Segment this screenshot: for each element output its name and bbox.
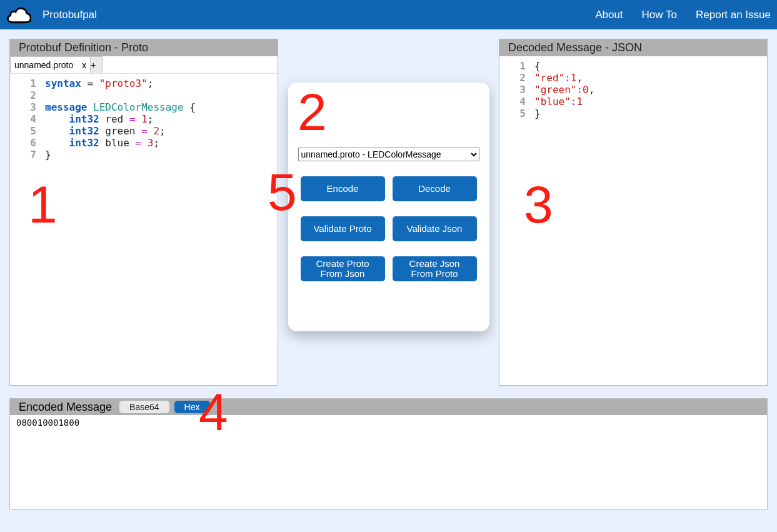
ln: 4	[502, 96, 526, 108]
proto-panel-title: Protobuf Definition - Proto	[10, 39, 278, 56]
ln: 2	[13, 89, 36, 101]
ln: 6	[13, 137, 36, 149]
proto-code: syntax = "proto3"; message LEDColorMessa…	[45, 78, 278, 385]
nav-howto[interactable]: How To	[642, 9, 677, 21]
ln: 1	[13, 78, 36, 89]
ln: 2	[502, 72, 526, 84]
proto-definition-panel: Protobuf Definition - Proto unnamed.prot…	[9, 39, 278, 386]
action-card: unnamed.proto - LEDColorMessage Encode D…	[288, 83, 489, 331]
create-proto-button[interactable]: Create Proto From Json	[301, 256, 385, 281]
tab-close-button[interactable]: x	[78, 56, 90, 73]
logo-icon	[6, 4, 31, 26]
tab-unnamed-proto[interactable]: unnamed.proto	[10, 56, 78, 73]
validate-json-button[interactable]: Validate Json	[393, 216, 477, 241]
decode-button[interactable]: Decode	[393, 176, 477, 201]
proto-editor[interactable]: 1 2 3 4 5 6 7 syntax = "proto3"; message…	[10, 74, 278, 385]
encoded-title: Encoded Message	[19, 401, 112, 414]
nav-links: About How To Report an Issue	[595, 9, 776, 21]
json-editor[interactable]: 1 2 3 4 5 { "red":1, "green":0, "blue":1…	[499, 56, 767, 385]
nav-report[interactable]: Report an Issue	[696, 9, 771, 21]
ln: 3	[502, 84, 526, 96]
ln: 5	[13, 125, 36, 137]
nav-about[interactable]: About	[595, 9, 623, 21]
ln: 7	[13, 149, 36, 161]
message-type-select[interactable]: unnamed.proto - LEDColorMessage	[298, 148, 479, 161]
proto-tabs: unnamed.proto x +	[10, 56, 278, 74]
ln: 3	[13, 101, 36, 113]
encoding-tab-base64[interactable]: Base64	[119, 401, 169, 413]
decoded-message-panel: Decoded Message - JSON 1 2 3 4 5 { "red"…	[499, 39, 768, 386]
create-json-button[interactable]: Create Json From Proto	[393, 256, 477, 281]
decoded-panel-title: Decoded Message - JSON	[499, 39, 767, 56]
action-buttons: Encode Decode Validate Proto Validate Js…	[298, 176, 479, 281]
encoded-message-panel: Encoded Message Base64 Hex 080010001800	[9, 398, 768, 509]
encode-button[interactable]: Encode	[301, 176, 385, 201]
encoded-output[interactable]: 080010001800	[10, 415, 767, 509]
json-code: { "red":1, "green":0, "blue":1 }	[534, 60, 767, 385]
encoding-tab-hex[interactable]: Hex	[174, 401, 210, 413]
tab-add-button[interactable]: +	[90, 56, 103, 73]
ln: 1	[502, 60, 526, 72]
app-header: Protobufpal About How To Report an Issue	[0, 0, 777, 29]
encoded-header: Encoded Message Base64 Hex	[10, 399, 767, 415]
ln: 4	[13, 113, 36, 125]
json-gutter: 1 2 3 4 5	[502, 60, 534, 385]
proto-gutter: 1 2 3 4 5 6 7	[13, 78, 45, 385]
app-title: Protobufpal	[43, 9, 595, 21]
validate-proto-button[interactable]: Validate Proto	[301, 216, 385, 241]
ln: 5	[502, 108, 526, 119]
center-column: unnamed.proto - LEDColorMessage Encode D…	[278, 39, 499, 386]
